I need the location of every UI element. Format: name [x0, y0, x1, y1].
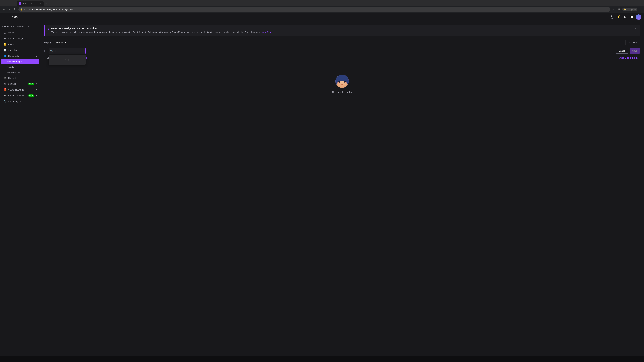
browser-window-controls: — ❐ ✕ — [1, 2, 16, 6]
notifications-button[interactable]: 💬 — [629, 14, 634, 20]
sidebar-item-settings[interactable]: ⚙ Settings NEW ▾ — [1, 81, 39, 87]
incognito-icon: 🕵 — [624, 8, 626, 10]
anime-face — [336, 75, 349, 88]
alerts-icon: 🔔 — [3, 43, 6, 46]
collapse-nav-button[interactable]: ← — [27, 24, 31, 28]
display-row: Display All Roles ▾ — [44, 40, 68, 45]
cancel-button[interactable]: Cancel — [616, 48, 628, 54]
content-icon: 🎬 — [3, 76, 6, 79]
sidebar-item-alerts[interactable]: 🔔 Alerts — [1, 41, 39, 47]
sidebar-item-content[interactable]: 🎬 Content ▾ — [1, 75, 39, 81]
app: ☰ Roles ? ⚡ ✉ 💬 CREATOR DASHBOARD — [0, 13, 644, 356]
window-close-button[interactable]: ✕ — [12, 2, 16, 6]
tab-bar: — ❐ ✕ T Roles - Twitch × + — [0, 0, 644, 6]
refresh-button[interactable]: ↻ — [13, 7, 18, 12]
sidebar-item-home[interactable]: ⌂ Home — [1, 30, 39, 35]
empty-state-text: No users to display — [332, 91, 352, 93]
tab-favicon: T — [19, 2, 21, 5]
avatar[interactable] — [636, 14, 641, 20]
sidebar-item-stream-manager[interactable]: ▶ Stream Manager — [1, 35, 39, 41]
help-button[interactable]: ? — [609, 14, 614, 20]
address-security-icon: 🔒 — [20, 8, 23, 10]
select-all-checkbox[interactable] — [44, 50, 47, 52]
loading-spinner — [66, 58, 69, 61]
sidebar-item-label-analytics: Analytics — [8, 49, 34, 51]
window-restore-button[interactable]: ❐ — [7, 2, 11, 6]
banner-text-content: You can now give artists in your communi… — [51, 31, 260, 33]
active-tab[interactable]: T Roles - Twitch × — [17, 1, 44, 6]
channel-points-button[interactable]: ⚡ — [616, 14, 621, 20]
sidebar-item-viewer-rewards[interactable]: 🎁 Viewer Rewards ▾ — [1, 87, 39, 92]
empty-state: No users to display — [44, 61, 640, 107]
sidebar-item-label-stream-manager: Stream Manager — [8, 37, 37, 40]
search-clear-button[interactable]: × — [83, 50, 84, 52]
help-icon: ? — [610, 15, 614, 19]
add-new-button[interactable]: Add New — [626, 40, 640, 45]
sidebar-item-streaming-tools[interactable]: 🔧 Streaming Tools — [1, 98, 39, 104]
incognito-badge: 🕵 Incognito — [622, 7, 637, 11]
sidebar-item-followers-list[interactable]: Followers List — [1, 70, 39, 75]
top-header: ☰ Roles ? ⚡ ✉ 💬 — [0, 13, 644, 21]
settings-icon: ⚙ — [3, 82, 6, 85]
avatar-image — [636, 14, 641, 20]
window-minimize-button[interactable]: — — [1, 2, 6, 6]
save-button[interactable]: Save — [630, 48, 640, 54]
forward-button[interactable]: → — [7, 7, 12, 12]
banner-text: You can now give artists in your communi… — [51, 30, 632, 34]
banner-learn-more-link[interactable]: Learn More — [261, 31, 272, 33]
mail-icon: ✉ — [624, 15, 626, 18]
sidebar-item-activity[interactable]: Activity — [1, 64, 39, 69]
header-actions: ? ⚡ ✉ 💬 — [609, 14, 641, 20]
anime-mouth — [341, 84, 344, 85]
col-last-modified-header[interactable]: Last Modified ⇅ — [604, 57, 638, 59]
search-row: 🔍 × Cancel Save — [44, 48, 640, 54]
viewer-rewards-icon: 🎁 — [3, 88, 6, 91]
sidebar-item-roles-manager[interactable]: Roles Manager — [1, 59, 39, 64]
settings-chevron-icon: ▾ — [36, 83, 37, 85]
community-chevron-icon: ▴ — [36, 55, 37, 57]
banner-title: New! Artist Badge and Emote Attribution — [51, 27, 632, 30]
address-input[interactable] — [18, 7, 610, 12]
extension-button[interactable]: ⊞ — [617, 7, 622, 12]
role-filter-label: All Roles — [55, 41, 64, 44]
sidebar-item-stream-together[interactable]: 🎮 Stream Together NEW ▾ — [1, 93, 39, 98]
home-icon: ⌂ — [3, 31, 6, 34]
sidebar-item-analytics[interactable]: 📊 Analytics ▾ — [1, 47, 39, 53]
sidebar-item-label-community: Community — [8, 55, 34, 57]
sidebar-item-label-settings: Settings — [8, 83, 26, 85]
display-label: Display — [44, 41, 52, 44]
mail-button[interactable]: ✉ — [622, 14, 628, 20]
stream-together-icon: 🎮 — [3, 94, 6, 97]
browser-chrome: — ❐ ✕ T Roles - Twitch × + ← → ↻ 🔒 ☆ ⊞ 🕵… — [0, 0, 644, 13]
address-bar-wrapper: 🔒 — [18, 7, 610, 12]
new-tab-button[interactable]: + — [44, 1, 49, 6]
sidebar-item-label-roles-manager: Roles Manager — [7, 60, 37, 63]
creator-dashboard-header: CREATOR DASHBOARD ← — [0, 23, 40, 29]
content-chevron-icon: ▾ — [36, 77, 37, 79]
page-title: Roles — [10, 15, 609, 19]
main-content: ℹ New! Artist Badge and Emote Attributio… — [40, 21, 644, 356]
settings-new-badge: NEW — [28, 83, 34, 85]
anime-blush-right — [345, 82, 347, 83]
menu-button[interactable]: ☰ — [3, 14, 8, 20]
role-filter-dropdown[interactable]: All Roles ▾ — [53, 40, 68, 45]
back-button[interactable]: ← — [1, 7, 6, 12]
sidebar: CREATOR DASHBOARD ← ⌂ Home ▶ Stream Mana… — [0, 21, 40, 356]
analytics-icon: 📊 — [3, 49, 6, 52]
search-actions: Cancel Save — [616, 48, 640, 54]
anime-hair-side-left — [336, 77, 338, 85]
search-input[interactable] — [49, 48, 86, 54]
browser-menu-button[interactable]: ⋮ — [638, 7, 643, 12]
anime-hair-side-right — [346, 77, 349, 85]
banner-content: New! Artist Badge and Emote Attribution … — [51, 27, 632, 34]
sidebar-item-label-viewer-rewards: Viewer Rewards — [8, 88, 34, 91]
community-icon: 👥 — [3, 54, 6, 57]
dropdown-chevron-icon: ▾ — [65, 41, 66, 44]
bookmark-button[interactable]: ☆ — [612, 7, 616, 12]
sidebar-item-label-activity: Activity — [7, 66, 37, 68]
col-roles-header: Roles — [80, 57, 604, 59]
tab-close-button[interactable]: × — [39, 2, 42, 5]
sidebar-item-community[interactable]: 👥 Community ▴ — [1, 53, 39, 59]
channel-points-icon: ⚡ — [617, 15, 620, 19]
banner-close-button[interactable]: × — [634, 27, 637, 31]
